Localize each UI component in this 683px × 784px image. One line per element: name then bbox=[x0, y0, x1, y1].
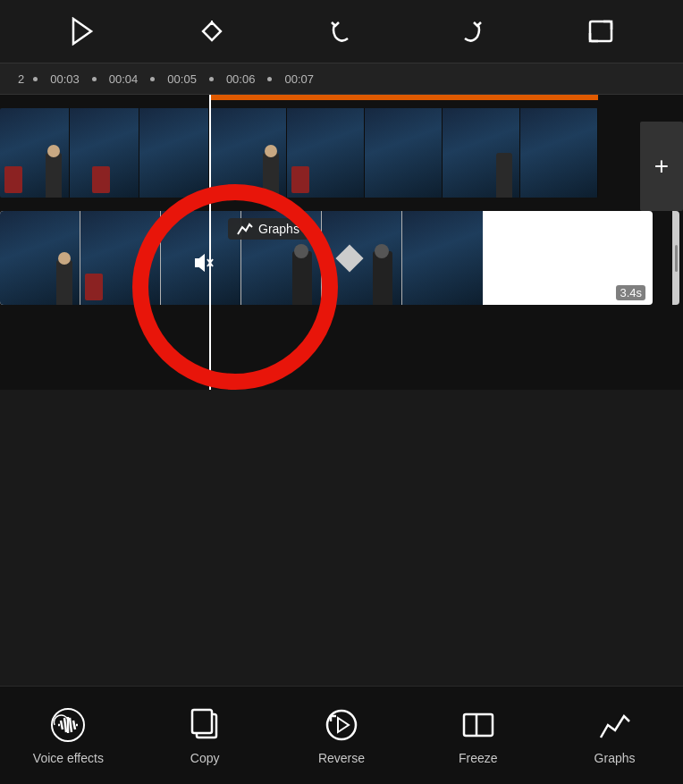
reverse-button[interactable]: Reverse bbox=[306, 706, 377, 765]
bottom-toolbar: Voice effects Copy Reverse bbox=[0, 686, 683, 784]
graphs-tooltip-label: Graphs bbox=[258, 222, 299, 236]
copy-label: Copy bbox=[190, 751, 220, 765]
svg-line-9 bbox=[61, 721, 63, 729]
voice-effects-icon bbox=[49, 706, 87, 744]
svg-line-12 bbox=[70, 718, 72, 732]
graphs-tooltip-icon bbox=[237, 222, 253, 236]
ruler-mark-7: 00:07 bbox=[272, 72, 326, 86]
keyframe-button[interactable] bbox=[192, 12, 232, 51]
svg-rect-1 bbox=[203, 22, 221, 40]
track2-clip[interactable]: 3.4s bbox=[0, 211, 653, 305]
timeline-area[interactable]: + bbox=[0, 95, 683, 390]
svg-marker-4 bbox=[196, 256, 204, 270]
expand-button[interactable] bbox=[581, 12, 620, 51]
undo-button[interactable] bbox=[322, 12, 361, 51]
ruler-mark-5: 00:05 bbox=[155, 72, 209, 86]
plus-icon: + bbox=[654, 152, 669, 181]
track2-frame-6 bbox=[402, 211, 483, 305]
handle-grip bbox=[675, 245, 678, 272]
reverse-label: Reverse bbox=[318, 751, 365, 765]
freeze-icon bbox=[460, 706, 497, 744]
voice-effects-button[interactable]: Voice effects bbox=[32, 706, 104, 765]
copy-icon bbox=[186, 706, 223, 744]
track1-left-clip[interactable] bbox=[0, 108, 209, 198]
graphs-tooltip: Graphs bbox=[228, 218, 308, 240]
play-button[interactable] bbox=[63, 12, 102, 51]
freeze-label: Freeze bbox=[459, 751, 498, 765]
frame-4 bbox=[209, 108, 287, 198]
svg-rect-3 bbox=[590, 21, 611, 41]
ruler-mark-6: 00:06 bbox=[214, 72, 268, 86]
ruler-mark-2: 2 bbox=[18, 72, 33, 86]
mute-icon bbox=[195, 254, 215, 272]
top-toolbar bbox=[0, 0, 683, 63]
svg-rect-16 bbox=[192, 710, 212, 733]
frame-2 bbox=[70, 108, 139, 198]
frame-3 bbox=[139, 108, 209, 198]
ruler-mark-4: 00:04 bbox=[97, 72, 151, 86]
clip-handle-right[interactable] bbox=[672, 211, 679, 305]
track2-container[interactable]: 3.4s bbox=[0, 211, 679, 305]
frame-7 bbox=[443, 108, 520, 198]
svg-rect-19 bbox=[464, 714, 493, 736]
svg-marker-18 bbox=[338, 718, 349, 732]
frame-8 bbox=[520, 108, 598, 198]
graphs-label: Graphs bbox=[594, 751, 636, 765]
ruler-mark-3: 00:03 bbox=[38, 72, 92, 86]
voice-effects-label: Voice effects bbox=[33, 751, 104, 765]
progress-line bbox=[209, 95, 211, 390]
track1-right-clip[interactable] bbox=[209, 108, 598, 198]
add-clip-button[interactable]: + bbox=[640, 122, 683, 211]
graphs-button[interactable]: Graphs bbox=[579, 706, 651, 765]
freeze-button[interactable]: Freeze bbox=[443, 706, 514, 765]
svg-line-10 bbox=[64, 718, 66, 732]
frame-5 bbox=[287, 108, 365, 198]
clip-duration: 3.4s bbox=[616, 285, 645, 300]
copy-button[interactable]: Copy bbox=[169, 706, 240, 765]
trim-line bbox=[209, 95, 598, 100]
svg-line-13 bbox=[73, 721, 75, 729]
graphs-icon bbox=[596, 706, 634, 744]
redo-button[interactable] bbox=[451, 12, 491, 51]
track2-frame-2 bbox=[80, 211, 161, 305]
frame-6 bbox=[365, 108, 443, 198]
mute-icon-overlay bbox=[195, 254, 215, 275]
reverse-icon bbox=[323, 706, 360, 744]
track2-frame-1 bbox=[0, 211, 80, 305]
video-track-1[interactable]: + bbox=[0, 108, 683, 198]
frame-1 bbox=[0, 108, 70, 198]
timeline-ruler: 2 00:03 00:04 00:05 00:06 00:07 bbox=[0, 63, 683, 95]
svg-marker-0 bbox=[73, 19, 91, 44]
